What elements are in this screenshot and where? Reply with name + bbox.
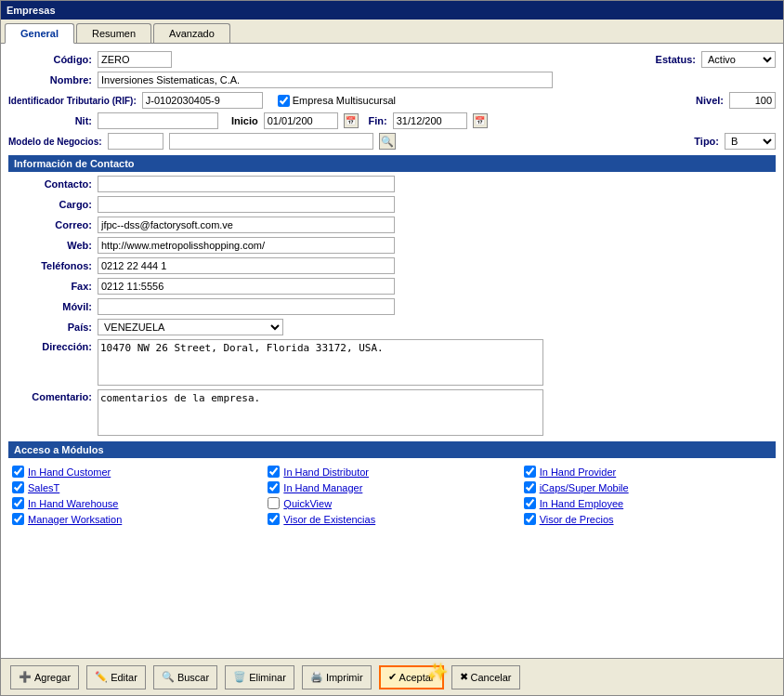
module-in-hand-provider-checkbox[interactable]	[524, 466, 536, 478]
movil-label: Móvil:	[8, 301, 92, 312]
comentario-textarea[interactable]: comentarios de la empresa.	[98, 389, 543, 436]
module-icaps-super-mobile-label[interactable]: iCaps/Super Mobile	[540, 482, 629, 493]
correo-input[interactable]	[98, 217, 395, 233]
imprimir-button[interactable]: 🖨️ Imprimir	[302, 665, 372, 689]
module-icaps-super-mobile: iCaps/Super Mobile	[524, 481, 772, 493]
fin-input[interactable]	[393, 112, 467, 129]
nit-input[interactable]	[98, 112, 218, 129]
nit-row: Nit: Inicio 📅 Fin: 📅	[8, 112, 776, 129]
rif-row: Identificador Tributario (RIF): Empresa …	[8, 92, 776, 109]
module-visor-existencias-label[interactable]: Visor de Existencias	[283, 514, 375, 525]
pais-label: País:	[8, 322, 92, 333]
fax-input[interactable]	[98, 278, 395, 295]
movil-row: Móvil:	[8, 298, 776, 315]
telefonos-row: Teléfonos:	[8, 257, 776, 274]
inicio-label: Inicio	[231, 115, 258, 126]
multisucursal-checkbox[interactable]	[278, 95, 290, 107]
inicio-input[interactable]	[264, 112, 338, 129]
module-visor-precios: Visor de Precios	[524, 513, 772, 525]
multisucursal-check: Empresa Multisucursal	[278, 95, 396, 107]
checkmark-icon: ✔	[388, 671, 397, 683]
module-in-hand-customer-label[interactable]: In Hand Customer	[28, 466, 111, 478]
cancelar-icon: ✖	[460, 671, 468, 683]
modelo-label: Modelo de Negocios:	[8, 137, 102, 147]
modelo-input1[interactable]	[108, 133, 163, 150]
module-in-hand-warehouse: In Hand Warehouse	[12, 497, 260, 509]
module-salest-label[interactable]: SalesT	[28, 482, 59, 493]
window-title: Empresas	[7, 5, 56, 16]
nit-label: Nit:	[8, 115, 92, 126]
module-in-hand-warehouse-checkbox[interactable]	[12, 497, 24, 509]
editar-button[interactable]: ✏️ Editar	[86, 665, 146, 689]
module-in-hand-customer-checkbox[interactable]	[12, 466, 24, 478]
module-in-hand-manager-checkbox[interactable]	[268, 481, 280, 493]
module-salest-checkbox[interactable]	[12, 481, 24, 493]
module-in-hand-employee-label[interactable]: In Hand Employee	[540, 498, 624, 509]
rif-input[interactable]	[142, 92, 263, 109]
web-label: Web:	[8, 240, 92, 251]
modelo-input2[interactable]	[169, 133, 373, 150]
module-in-hand-warehouse-label[interactable]: In Hand Warehouse	[28, 498, 118, 509]
module-in-hand-customer: In Hand Customer	[12, 466, 260, 478]
tipo-select[interactable]: B A C	[725, 133, 776, 150]
fin-label: Fin:	[364, 115, 387, 126]
contacto-input[interactable]	[98, 176, 395, 192]
direccion-textarea[interactable]: 10470 NW 26 Street, Doral, Florida 33172…	[98, 339, 543, 386]
cargo-label: Cargo:	[8, 199, 92, 210]
nombre-label: Nombre:	[8, 74, 92, 85]
buscar-button[interactable]: 🔍 Buscar	[153, 665, 217, 689]
pais-select[interactable]: VENEZUELA COLOMBIA ESTADOS UNIDOS	[98, 319, 283, 335]
module-visor-precios-checkbox[interactable]	[524, 513, 536, 525]
module-manager-worksation-checkbox[interactable]	[12, 513, 24, 525]
movil-input[interactable]	[98, 298, 395, 315]
rif-label: Identificador Tributario (RIF):	[8, 96, 137, 106]
telefonos-label: Teléfonos:	[8, 260, 92, 271]
modelo-search-btn[interactable]: 🔍	[379, 133, 396, 150]
inicio-cal-btn[interactable]: 📅	[344, 113, 359, 128]
module-icaps-super-mobile-checkbox[interactable]	[524, 481, 536, 493]
codigo-input[interactable]	[98, 51, 172, 68]
editar-icon: ✏️	[95, 671, 108, 683]
tab-resumen[interactable]: Resumen	[76, 23, 151, 43]
tab-avanzado[interactable]: Avanzado	[153, 23, 230, 43]
cancelar-button[interactable]: ✖ Cancelar	[451, 665, 520, 689]
contacto-section-header: Información de Contacto	[8, 155, 776, 172]
aceptar-button[interactable]: ✨ ✔ Aceptar	[379, 665, 444, 689]
correo-row: Correo:	[8, 217, 776, 233]
web-input[interactable]	[98, 237, 395, 254]
module-visor-precios-label[interactable]: Visor de Precios	[540, 514, 614, 525]
main-content: Código: Estatus: Activo Inactivo Nombre:…	[1, 44, 783, 658]
module-in-hand-distributor-label[interactable]: In Hand Distributor	[283, 466, 369, 478]
tab-general[interactable]: General	[5, 23, 74, 44]
buscar-icon: 🔍	[162, 671, 175, 683]
agregar-icon: ➕	[19, 671, 32, 683]
module-quickview-checkbox[interactable]	[268, 497, 280, 509]
module-in-hand-manager-label[interactable]: In Hand Manager	[283, 482, 362, 493]
contacto-label: Contacto:	[8, 178, 92, 190]
codigo-row: Código: Estatus: Activo Inactivo	[8, 51, 776, 68]
eliminar-button[interactable]: 🗑️ Eliminar	[225, 665, 294, 689]
module-manager-worksation-label[interactable]: Manager Worksation	[28, 514, 122, 525]
agregar-button[interactable]: ➕ Agregar	[10, 665, 79, 689]
module-in-hand-provider-label[interactable]: In Hand Provider	[540, 466, 617, 478]
estatus-select[interactable]: Activo Inactivo	[701, 51, 776, 68]
module-in-hand-employee-checkbox[interactable]	[524, 497, 536, 509]
modulos-section-header: Acceso a Módulos	[8, 441, 776, 458]
correo-label: Correo:	[8, 219, 92, 230]
telefonos-input[interactable]	[98, 257, 395, 274]
module-in-hand-provider: In Hand Provider	[524, 466, 772, 478]
fin-cal-btn[interactable]: 📅	[473, 113, 488, 128]
imprimir-icon: 🖨️	[310, 671, 323, 683]
module-in-hand-distributor-checkbox[interactable]	[268, 466, 280, 478]
nivel-input[interactable]	[729, 92, 776, 109]
module-quickview-label[interactable]: QuickView	[283, 498, 332, 509]
cargo-input[interactable]	[98, 196, 395, 213]
nombre-input[interactable]	[98, 72, 553, 88]
module-salest: SalesT	[12, 481, 260, 493]
module-quickview: QuickView	[268, 497, 516, 509]
eliminar-label: Eliminar	[249, 672, 286, 683]
nivel-label: Nivel:	[682, 95, 724, 106]
module-in-hand-employee: In Hand Employee	[524, 497, 772, 509]
cancelar-label: Cancelar	[471, 672, 512, 683]
module-visor-existencias-checkbox[interactable]	[268, 513, 280, 525]
